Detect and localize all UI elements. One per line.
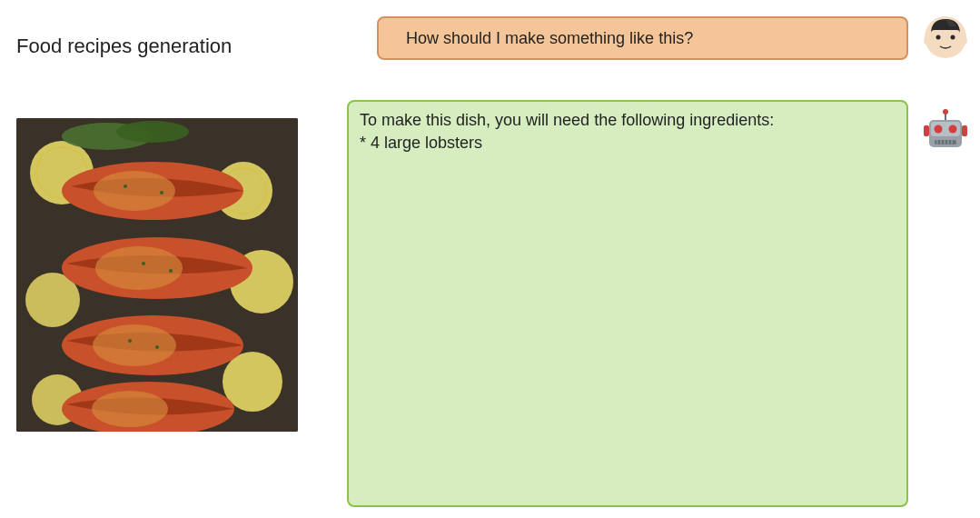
svg-point-29: [960, 37, 967, 45]
svg-point-26: [936, 35, 941, 40]
bot-avatar-icon: [922, 107, 969, 154]
svg-point-32: [935, 125, 943, 134]
svg-point-43: [943, 109, 948, 115]
svg-point-10: [116, 121, 189, 143]
bot-message-text: To make this dish, you will need the fol…: [360, 109, 896, 154]
svg-point-27: [951, 35, 955, 40]
user-avatar-icon: [922, 14, 969, 61]
user-message-bubble: How should I make something like this?: [377, 16, 908, 60]
svg-point-23: [128, 339, 132, 343]
user-message-text: How should I make something like this?: [406, 29, 693, 48]
svg-rect-41: [962, 125, 967, 136]
svg-point-18: [92, 391, 168, 427]
svg-point-14: [95, 246, 183, 290]
svg-point-24: [155, 345, 159, 349]
svg-point-28: [924, 37, 931, 45]
page-title: Food recipes generation: [16, 35, 232, 58]
svg-point-16: [93, 324, 176, 366]
svg-point-19: [124, 184, 127, 188]
food-reference-image: [16, 118, 298, 432]
svg-rect-40: [924, 125, 929, 136]
svg-rect-34: [935, 140, 956, 144]
svg-point-21: [142, 262, 145, 265]
bot-message-bubble: To make this dish, you will need the fol…: [347, 100, 908, 507]
svg-point-20: [160, 191, 163, 194]
svg-point-12: [94, 171, 175, 211]
svg-point-33: [949, 125, 957, 134]
svg-point-22: [169, 269, 173, 273]
